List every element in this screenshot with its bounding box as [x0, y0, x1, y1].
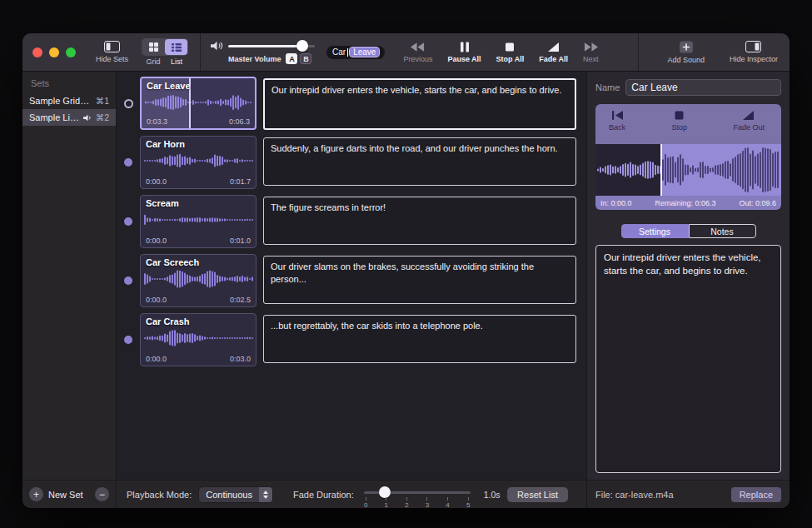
close-button[interactable] [32, 47, 42, 57]
sidebar-item-sample-list[interactable]: Sample Li… ⌘2 [22, 109, 116, 126]
remaining-time: 0:01.7 [230, 177, 251, 186]
hide-sets-button[interactable]: Hide Sets [96, 41, 128, 63]
text-caret [347, 48, 348, 57]
grid-view-button[interactable] [142, 39, 165, 55]
back-button[interactable]: Back [609, 110, 625, 144]
grid-icon [148, 42, 159, 52]
sound-title: Scream [146, 198, 179, 208]
hide-inspector-button[interactable]: Hide Inspector [730, 41, 778, 64]
next-icon [584, 42, 598, 52]
sidebar-right-icon [745, 41, 761, 52]
list-view-button[interactable] [165, 39, 187, 55]
zoom-button[interactable] [66, 47, 76, 57]
stop-button[interactable]: Stop [671, 110, 687, 144]
fade-out-button[interactable]: Fade Out [733, 110, 765, 144]
stop-icon [675, 110, 684, 121]
speaker-small-icon [83, 114, 92, 122]
back-icon [611, 110, 624, 121]
sound-row-car-horn[interactable]: Car Horn 0:00.0 0:01.7 Suddenly, a figur… [117, 136, 586, 189]
fade-duration-value: 1.0s [484, 490, 501, 500]
sound-title: Car Crash [146, 316, 190, 326]
playback-mode-select[interactable]: Continuous [198, 486, 273, 503]
toolbar: Hide Sets Grid [22, 33, 790, 72]
hide-sets-label: Hide Sets [96, 55, 128, 63]
add-sound-button[interactable]: Add Sound [667, 41, 705, 64]
sound-title: Car Screech [146, 257, 199, 267]
notes-textarea[interactable]: Our intrepid driver enters the vehicle, … [595, 245, 781, 473]
note-input[interactable]: Suddenly, a figure darts into the road, … [263, 137, 576, 186]
pause-all-button[interactable]: Pause All [447, 42, 481, 63]
fade-duration-slider[interactable]: 0 1 2 3 4 5 [364, 485, 471, 508]
current-time: 0:00.0 [146, 177, 167, 186]
search-field[interactable]: Car Leave [326, 46, 385, 59]
sound-row-scream[interactable]: Scream 0:00.0 0:01.0 The figure screams … [117, 195, 586, 248]
fade-duration-label: Fade Duration: [293, 490, 354, 500]
stop-all-button[interactable]: Stop All [496, 42, 525, 63]
name-label: Name [595, 82, 620, 92]
volume-thumb[interactable] [296, 40, 308, 52]
toolbar-right: Add Sound Hide Inspector [639, 41, 790, 64]
reset-list-button[interactable]: Reset List [507, 487, 568, 502]
new-set-label: New Set [48, 490, 83, 500]
replace-button[interactable]: Replace [731, 487, 781, 502]
shortcut-badge: ⌘1 [96, 96, 109, 106]
sound-row-car-screech[interactable]: Car Screech 0:00.0 0:02.5 Our driver sla… [117, 254, 586, 307]
note-input[interactable]: ...but regrettably, the car skids into a… [263, 315, 576, 363]
sound-card[interactable]: Car Crash 0:00.0 0:03.0 [140, 313, 257, 366]
sound-card[interactable]: Car Leave 0:03.3 0:06.3 [140, 77, 257, 130]
current-time: 0:00.0 [146, 237, 167, 245]
speaker-icon [211, 41, 223, 51]
fade-icon [548, 42, 560, 52]
sound-card[interactable]: Car Horn 0:00.0 0:01.7 [140, 136, 257, 189]
sound-title: Car Leave [147, 81, 191, 91]
status-dot [124, 336, 132, 344]
deck-b-button[interactable]: B [300, 53, 311, 64]
previous-icon [411, 42, 425, 52]
stop-icon [505, 42, 515, 52]
remaining-time: 0:03.0 [230, 355, 251, 363]
note-input[interactable]: Our driver slams on the brakes, successf… [263, 256, 576, 304]
note-input[interactable]: Our intrepid driver enters the vehicle, … [263, 78, 576, 130]
sound-row-car-crash[interactable]: Car Crash 0:00.0 0:03.0 ...but regrettab… [117, 313, 586, 366]
new-set-add-button[interactable]: + [29, 487, 43, 501]
slider-thumb[interactable] [379, 486, 391, 498]
fade-out-icon [743, 110, 755, 121]
deck-a-button[interactable]: A [286, 53, 297, 64]
sound-row-car-leave[interactable]: Car Leave 0:03.3 0:06.3 Our intrepid dri… [117, 77, 586, 130]
status-dot [124, 158, 132, 167]
inspector-waveform[interactable] [595, 144, 781, 196]
sidebar-item-sample-grid[interactable]: Sample Grid… ⌘1 [22, 92, 116, 109]
waveform [142, 327, 254, 349]
sets-sidebar: Sets Sample Grid… ⌘1 Sample Li… ⌘2 + New… [22, 72, 117, 508]
grid-label: Grid [142, 57, 165, 66]
master-volume-slider[interactable] [228, 40, 315, 52]
inspector-bottom-bar: File: car-leave.m4a Replace [587, 480, 790, 508]
note-input[interactable]: The figure screams in terror! [263, 197, 576, 245]
search-completion: Leave [350, 47, 379, 57]
playback-mode-label: Playback Mode: [127, 490, 192, 500]
shortcut-badge: ⌘2 [96, 112, 109, 122]
inspector-tabs: Settings Notes [587, 224, 790, 238]
sound-card[interactable]: Car Screech 0:00.0 0:02.5 [140, 254, 257, 307]
in-time: In: 0:00.0 [600, 199, 632, 207]
toolbar-divider [200, 33, 201, 71]
select-stepper-icon [259, 487, 272, 502]
playhead[interactable] [660, 144, 662, 196]
list-bottom-bar: Playback Mode: Continuous Fade Duration:… [117, 480, 586, 508]
tab-settings[interactable]: Settings [621, 224, 689, 238]
view-mode-control: Grid List [142, 38, 188, 66]
minimize-button[interactable] [49, 47, 59, 57]
master-volume-label: Master Volume [228, 55, 281, 63]
next-button[interactable]: Next [583, 42, 599, 63]
sets-header: Sets [22, 72, 116, 92]
window-controls [32, 47, 76, 57]
status-dot [124, 276, 132, 285]
sound-card[interactable]: Scream 0:00.0 0:01.0 [140, 195, 257, 248]
previous-button[interactable]: Previous [403, 42, 432, 63]
waveform [142, 268, 254, 290]
tab-notes[interactable]: Notes [689, 224, 756, 238]
name-field[interactable] [625, 79, 781, 96]
waveform-lead-region [595, 144, 660, 196]
remove-set-button[interactable]: − [95, 487, 109, 501]
fade-all-button[interactable]: Fade All [539, 42, 568, 63]
